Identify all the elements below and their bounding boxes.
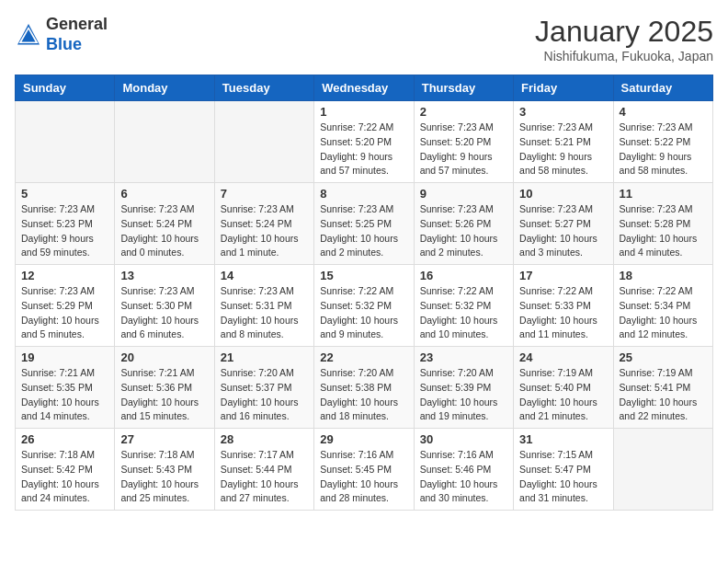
calendar-cell: 2Sunrise: 7:23 AM Sunset: 5:20 PM Daylig… [414, 101, 513, 183]
day-number: 17 [519, 269, 607, 282]
day-info: Sunrise: 7:23 AM Sunset: 5:20 PM Dayligh… [420, 121, 507, 178]
day-info: Sunrise: 7:19 AM Sunset: 5:41 PM Dayligh… [620, 366, 707, 424]
calendar-cell: 28Sunrise: 7:17 AM Sunset: 5:44 PM Dayli… [214, 429, 313, 511]
calendar-cell: 12Sunrise: 7:23 AM Sunset: 5:29 PM Dayli… [16, 265, 115, 347]
calendar-cell: 11Sunrise: 7:23 AM Sunset: 5:28 PM Dayli… [613, 183, 712, 265]
calendar-cell: 29Sunrise: 7:16 AM Sunset: 5:45 PM Dayli… [314, 429, 414, 511]
day-number: 31 [519, 432, 607, 446]
day-info: Sunrise: 7:16 AM Sunset: 5:45 PM Dayligh… [320, 448, 407, 506]
calendar-cell: 10Sunrise: 7:23 AM Sunset: 5:27 PM Dayli… [514, 183, 613, 265]
day-number: 25 [620, 350, 707, 364]
calendar-cell: 17Sunrise: 7:22 AM Sunset: 5:33 PM Dayli… [514, 265, 613, 347]
calendar-table: SundayMondayTuesdayWednesdayThursdayFrid… [15, 75, 713, 511]
logo-blue-text: Blue [46, 35, 82, 53]
day-info: Sunrise: 7:23 AM Sunset: 5:29 PM Dayligh… [21, 284, 108, 342]
day-info: Sunrise: 7:23 AM Sunset: 5:24 PM Dayligh… [221, 202, 308, 260]
day-number: 5 [21, 187, 108, 201]
calendar-cell: 31Sunrise: 7:15 AM Sunset: 5:47 PM Dayli… [514, 429, 613, 511]
week-row-3: 12Sunrise: 7:23 AM Sunset: 5:29 PM Dayli… [16, 265, 713, 347]
calendar-cell: 1Sunrise: 7:22 AM Sunset: 5:20 PM Daylig… [314, 101, 414, 183]
day-number: 28 [221, 432, 308, 446]
calendar-cell: 18Sunrise: 7:22 AM Sunset: 5:34 PM Dayli… [613, 265, 712, 347]
day-info: Sunrise: 7:19 AM Sunset: 5:40 PM Dayligh… [519, 366, 607, 424]
day-info: Sunrise: 7:23 AM Sunset: 5:30 PM Dayligh… [120, 284, 208, 342]
day-info: Sunrise: 7:23 AM Sunset: 5:26 PM Dayligh… [420, 202, 507, 260]
calendar-cell: 8Sunrise: 7:23 AM Sunset: 5:25 PM Daylig… [314, 183, 414, 265]
calendar-cell: 15Sunrise: 7:22 AM Sunset: 5:32 PM Dayli… [314, 265, 414, 347]
day-info: Sunrise: 7:22 AM Sunset: 5:33 PM Dayligh… [519, 284, 607, 342]
day-info: Sunrise: 7:21 AM Sunset: 5:35 PM Dayligh… [21, 366, 108, 424]
calendar-cell [115, 101, 214, 183]
day-number: 6 [120, 187, 208, 201]
day-number: 27 [120, 432, 208, 446]
day-number: 30 [420, 432, 507, 446]
calendar-cell: 4Sunrise: 7:23 AM Sunset: 5:22 PM Daylig… [613, 101, 712, 183]
day-number: 2 [420, 105, 507, 119]
day-number: 19 [21, 350, 108, 364]
calendar-cell: 6Sunrise: 7:23 AM Sunset: 5:24 PM Daylig… [115, 183, 214, 265]
calendar-cell: 23Sunrise: 7:20 AM Sunset: 5:39 PM Dayli… [414, 347, 513, 429]
day-number: 16 [420, 269, 507, 282]
calendar-cell: 3Sunrise: 7:23 AM Sunset: 5:21 PM Daylig… [514, 101, 613, 183]
col-header-saturday: Saturday [613, 75, 712, 101]
day-info: Sunrise: 7:23 AM Sunset: 5:28 PM Dayligh… [620, 202, 707, 260]
day-info: Sunrise: 7:23 AM Sunset: 5:22 PM Dayligh… [620, 121, 707, 178]
calendar-cell: 5Sunrise: 7:23 AM Sunset: 5:23 PM Daylig… [16, 183, 115, 265]
calendar-cell: 30Sunrise: 7:16 AM Sunset: 5:46 PM Dayli… [414, 429, 513, 511]
day-info: Sunrise: 7:22 AM Sunset: 5:34 PM Dayligh… [620, 284, 707, 342]
day-number: 8 [320, 187, 407, 201]
day-info: Sunrise: 7:22 AM Sunset: 5:20 PM Dayligh… [320, 121, 407, 178]
calendar-header-row: SundayMondayTuesdayWednesdayThursdayFrid… [16, 75, 713, 101]
calendar-cell: 7Sunrise: 7:23 AM Sunset: 5:24 PM Daylig… [214, 183, 313, 265]
week-row-5: 26Sunrise: 7:18 AM Sunset: 5:42 PM Dayli… [16, 429, 713, 511]
day-number: 3 [519, 105, 607, 119]
month-title: January 2025 [535, 15, 713, 49]
col-header-monday: Monday [115, 75, 214, 101]
calendar-cell: 27Sunrise: 7:18 AM Sunset: 5:43 PM Dayli… [115, 429, 214, 511]
day-info: Sunrise: 7:22 AM Sunset: 5:32 PM Dayligh… [420, 284, 507, 342]
day-number: 4 [620, 105, 707, 119]
day-number: 21 [221, 350, 308, 364]
calendar-cell: 24Sunrise: 7:19 AM Sunset: 5:40 PM Dayli… [514, 347, 613, 429]
day-info: Sunrise: 7:16 AM Sunset: 5:46 PM Dayligh… [420, 448, 507, 506]
calendar-cell: 16Sunrise: 7:22 AM Sunset: 5:32 PM Dayli… [414, 265, 513, 347]
col-header-tuesday: Tuesday [214, 75, 313, 101]
day-info: Sunrise: 7:23 AM Sunset: 5:27 PM Dayligh… [519, 202, 607, 260]
calendar-cell [214, 101, 313, 183]
day-number: 29 [320, 432, 407, 446]
calendar-cell: 22Sunrise: 7:20 AM Sunset: 5:38 PM Dayli… [314, 347, 414, 429]
week-row-4: 19Sunrise: 7:21 AM Sunset: 5:35 PM Dayli… [16, 347, 713, 429]
day-info: Sunrise: 7:23 AM Sunset: 5:24 PM Dayligh… [120, 202, 208, 260]
col-header-friday: Friday [514, 75, 613, 101]
day-info: Sunrise: 7:22 AM Sunset: 5:32 PM Dayligh… [320, 284, 407, 342]
calendar-cell: 14Sunrise: 7:23 AM Sunset: 5:31 PM Dayli… [214, 265, 313, 347]
calendar-cell: 20Sunrise: 7:21 AM Sunset: 5:36 PM Dayli… [115, 347, 214, 429]
day-info: Sunrise: 7:21 AM Sunset: 5:36 PM Dayligh… [120, 366, 208, 424]
day-info: Sunrise: 7:23 AM Sunset: 5:23 PM Dayligh… [21, 202, 108, 260]
day-number: 22 [320, 350, 407, 364]
day-info: Sunrise: 7:23 AM Sunset: 5:21 PM Dayligh… [519, 121, 607, 178]
col-header-wednesday: Wednesday [314, 75, 414, 101]
col-header-thursday: Thursday [414, 75, 513, 101]
title-block: January 2025 Nishifukuma, Fukuoka, Japan [535, 15, 713, 63]
col-header-sunday: Sunday [16, 75, 115, 101]
week-row-1: 1Sunrise: 7:22 AM Sunset: 5:20 PM Daylig… [16, 101, 713, 183]
day-info: Sunrise: 7:23 AM Sunset: 5:31 PM Dayligh… [221, 284, 308, 342]
day-info: Sunrise: 7:18 AM Sunset: 5:42 PM Dayligh… [21, 448, 108, 506]
day-info: Sunrise: 7:20 AM Sunset: 5:37 PM Dayligh… [221, 366, 308, 424]
day-number: 26 [21, 432, 108, 446]
calendar-cell: 21Sunrise: 7:20 AM Sunset: 5:37 PM Dayli… [214, 347, 313, 429]
day-info: Sunrise: 7:18 AM Sunset: 5:43 PM Dayligh… [120, 448, 208, 506]
day-number: 24 [519, 350, 607, 364]
logo-general-text: General [46, 15, 108, 33]
calendar-cell: 19Sunrise: 7:21 AM Sunset: 5:35 PM Dayli… [16, 347, 115, 429]
day-info: Sunrise: 7:20 AM Sunset: 5:39 PM Dayligh… [420, 366, 507, 424]
day-info: Sunrise: 7:23 AM Sunset: 5:25 PM Dayligh… [320, 202, 407, 260]
day-number: 10 [519, 187, 607, 201]
day-info: Sunrise: 7:17 AM Sunset: 5:44 PM Dayligh… [221, 448, 308, 506]
calendar-cell [16, 101, 115, 183]
logo-icon [15, 21, 42, 49]
day-number: 15 [320, 269, 407, 282]
day-number: 14 [221, 269, 308, 282]
calendar-cell: 9Sunrise: 7:23 AM Sunset: 5:26 PM Daylig… [414, 183, 513, 265]
